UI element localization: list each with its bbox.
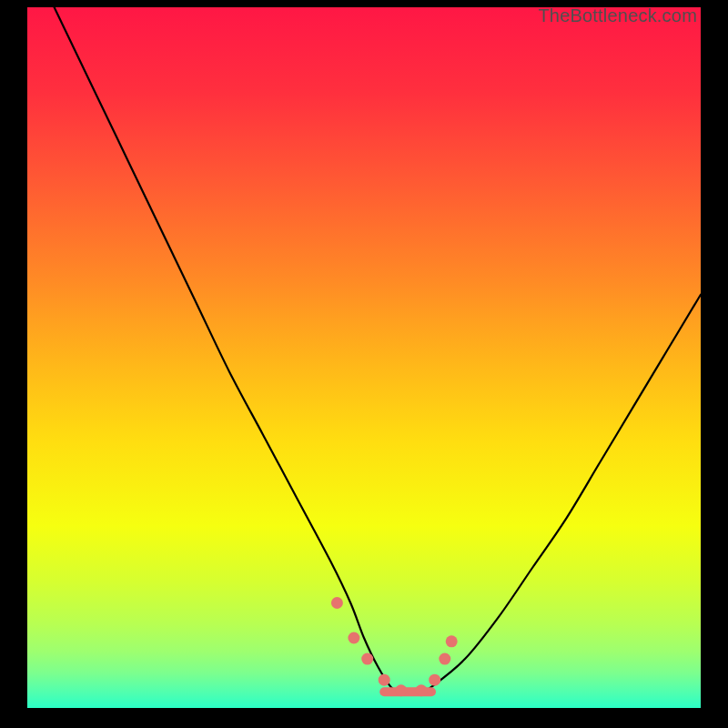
curve-markers xyxy=(331,597,458,696)
curve-layer xyxy=(27,7,701,708)
curve-marker xyxy=(331,597,343,609)
curve-marker xyxy=(348,632,359,644)
watermark-text: TheBottleneck.com xyxy=(538,5,697,26)
curve-marker xyxy=(379,674,390,686)
curve-marker xyxy=(439,653,450,665)
curve-marker xyxy=(429,674,440,686)
curve-marker xyxy=(395,684,407,696)
main-curve xyxy=(55,7,701,695)
curve-marker xyxy=(361,653,373,665)
curve-marker xyxy=(446,635,458,647)
chart-stage: TheBottleneck.com xyxy=(0,0,728,728)
curve-marker xyxy=(415,684,427,696)
plot-area xyxy=(27,7,701,708)
